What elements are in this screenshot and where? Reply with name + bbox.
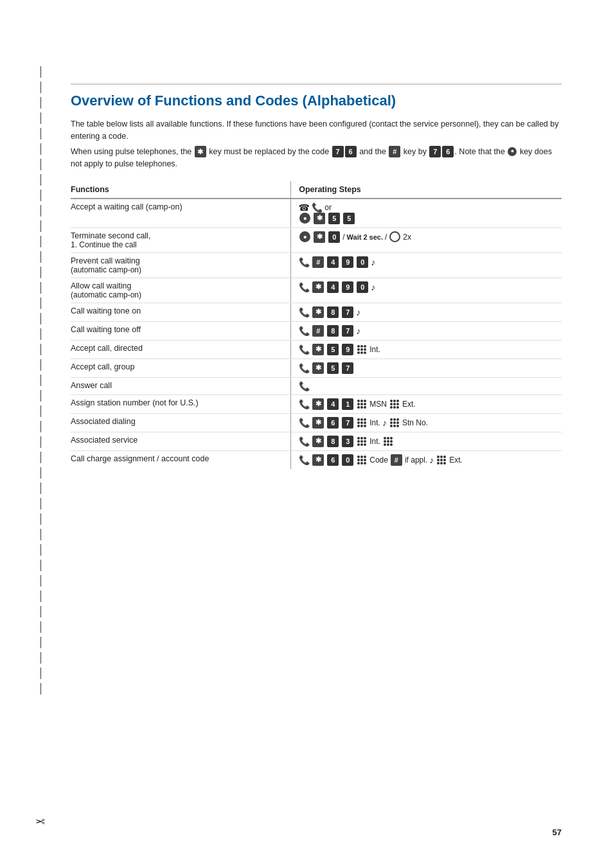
- wait-text: Wait 2 sec.: [347, 233, 383, 241]
- key-0: 0: [342, 454, 353, 466]
- key-4: 4: [327, 398, 339, 410]
- table-row: Associated dialing 📞 ✱ 6 7 Int.: [71, 413, 562, 432]
- func-cell: Call waiting tone on: [71, 303, 291, 321]
- key-7: 7: [342, 325, 353, 337]
- func-cell: Allow call waiting (automatic camp-on): [71, 278, 291, 303]
- handset-end-icon: ☎: [299, 202, 310, 213]
- ops-cell: 📞 ✱ 8 3 Int.: [291, 432, 562, 450]
- handset-icon: 📞: [299, 363, 310, 373]
- star-key: ✱: [312, 306, 324, 318]
- ops-cell: 📞 # 8 7 ♪: [291, 321, 562, 340]
- func-cell: Accept call, directed: [71, 340, 291, 359]
- ops-cell: 📞 ✱ 5 7: [291, 359, 562, 377]
- func-cell: Call charge assignment / account code: [71, 450, 291, 469]
- handset-icon: 📞: [299, 399, 310, 409]
- ops-cell: 📞 ✱ 4 1 MSN: [291, 394, 562, 413]
- keypad-icon: [357, 345, 366, 354]
- table-row: Accept call, group 📞 ✱ 5 7: [71, 359, 562, 377]
- key-8: 8: [327, 325, 339, 337]
- table-row: Accept a waiting call (camp-on) ☎ 📞 or ●…: [71, 199, 562, 228]
- handset-icon: 📞: [299, 282, 310, 292]
- table-row: Associated service 📞 ✱ 8 3 Int.: [71, 432, 562, 450]
- key-5a: 5: [328, 213, 340, 224]
- table-row: Prevent call waiting (automatic camp-on)…: [71, 252, 562, 278]
- handset-icon: 📞: [299, 436, 310, 447]
- keypad-icon: [384, 437, 393, 446]
- key-4: 4: [327, 281, 339, 293]
- star-key: ✱: [314, 231, 325, 243]
- ops-cell: 📞 ✱ 8 7 ♪: [291, 303, 562, 321]
- col-ops-header: Operating Steps: [291, 181, 562, 199]
- key-4: 4: [327, 256, 339, 268]
- note-icon: ♪: [429, 455, 434, 465]
- table-row: Terminate second call, 1. Continue the c…: [71, 227, 562, 252]
- key-5b: 5: [343, 213, 355, 224]
- ops-cell: ● ✱ 0 / Wait 2 sec. / 2x: [291, 227, 562, 252]
- star-key: ✱: [312, 362, 324, 374]
- key-9: 9: [342, 281, 353, 293]
- table-row: Accept call, directed 📞 ✱ 5 9 Int.: [71, 340, 562, 359]
- keypad-icon: [437, 456, 446, 465]
- star-key: ✱: [312, 344, 324, 355]
- handset-icon: 📞: [299, 344, 310, 355]
- key-6: 6: [327, 417, 339, 429]
- func-cell: Call waiting tone off: [71, 321, 291, 340]
- note-icon: ♪: [356, 326, 360, 336]
- keypad-icon: [390, 418, 399, 427]
- keypad-icon: [390, 400, 399, 409]
- page-title: Overview of Functions and Codes (Alphabe…: [71, 93, 562, 109]
- hash-key: #: [312, 256, 324, 268]
- keypad-icon: [357, 400, 366, 409]
- margin-marks: [40, 64, 41, 817]
- star-key: ✱: [314, 213, 325, 224]
- func-cell: Accept a waiting call (camp-on): [71, 199, 291, 228]
- note-icon: ♪: [371, 282, 375, 292]
- ops-cell: 📞 ✱ 4 9 0 ♪: [291, 278, 562, 303]
- intro-line-1: The table below lists all available func…: [71, 118, 562, 143]
- func-cell: Assign station number (not for U.S.): [71, 394, 291, 413]
- key-8: 8: [327, 306, 339, 318]
- cut-mark-icon: ✂: [35, 814, 45, 828]
- table-row: Call waiting tone on 📞 ✱ 8 7 ♪: [71, 303, 562, 321]
- ops-cell: ☎ 📞 or ● ✱ 5 5: [291, 199, 562, 228]
- func-cell: Prevent call waiting (automatic camp-on): [71, 252, 291, 278]
- handset-icon: 📞: [299, 307, 310, 317]
- handset-icon: 📞: [299, 381, 310, 391]
- key-6: 6: [327, 454, 339, 466]
- intro-line-2: When using pulse telephones, the ✱ key m…: [71, 146, 562, 171]
- table-row: Call waiting tone off 📞 # 8 7 ♪: [71, 321, 562, 340]
- star-key: ✱: [312, 436, 324, 447]
- star-key: ✱: [312, 281, 324, 293]
- handset-icon: 📞: [299, 455, 310, 465]
- star-key: ✱: [312, 398, 324, 410]
- top-rule: [71, 84, 562, 85]
- key-7: 7: [342, 362, 353, 374]
- star-key: ✱: [312, 417, 324, 429]
- table-row: Call charge assignment / account code 📞 …: [71, 450, 562, 469]
- hash-key: #: [312, 325, 324, 337]
- ops-cell: 📞: [291, 377, 562, 394]
- key-1: 1: [342, 398, 353, 410]
- handset-icon: 📞: [312, 202, 323, 213]
- handset-icon: 📞: [299, 326, 310, 336]
- ops-cell: 📞 ✱ 6 7 Int. ♪: [291, 413, 562, 432]
- keypad-icon: [357, 456, 366, 465]
- keypad-icon: [357, 418, 366, 427]
- col-functions-header: Functions: [71, 181, 291, 199]
- note-icon: ♪: [371, 257, 375, 267]
- key-9: 9: [342, 344, 353, 355]
- key-7: 7: [342, 306, 353, 318]
- key-5: 5: [327, 344, 339, 355]
- note-icon: ♪: [382, 418, 387, 428]
- ops-cell: 📞 # 4 9 0 ♪: [291, 252, 562, 278]
- key-0: 0: [357, 281, 368, 293]
- handset-icon: 📞: [299, 418, 310, 428]
- functions-table: Functions Operating Steps Accept a waiti…: [71, 181, 562, 469]
- note-icon: ♪: [356, 307, 360, 317]
- func-cell: Accept call, group: [71, 359, 291, 377]
- key-0: 0: [357, 256, 368, 268]
- key-3: 3: [342, 436, 353, 447]
- func-cell: Terminate second call, 1. Continue the c…: [71, 227, 291, 252]
- key-9: 9: [342, 256, 353, 268]
- handset-icon: 📞: [299, 257, 310, 267]
